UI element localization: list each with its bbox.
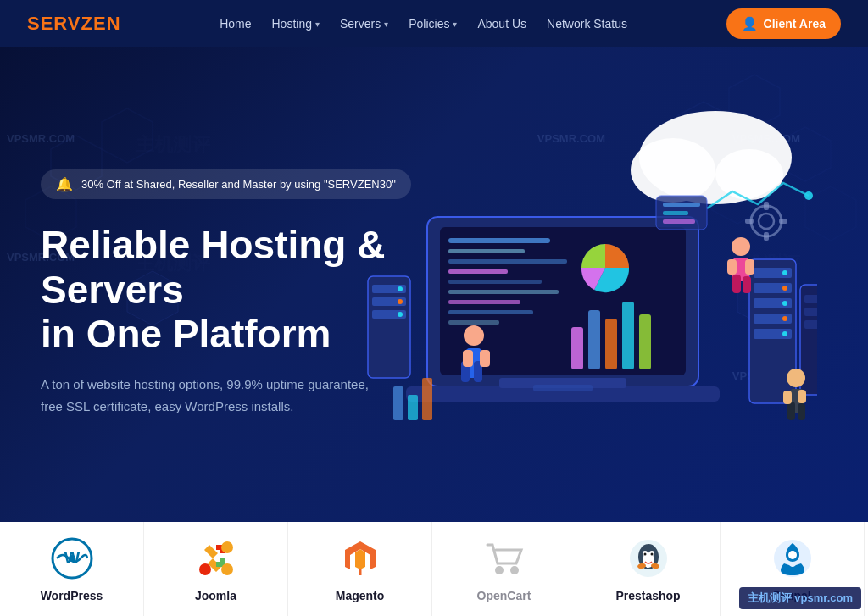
- nav-item-network[interactable]: Network Status: [547, 17, 627, 31]
- card-label-opencart: OpenCart: [477, 589, 531, 602]
- nav-link-network[interactable]: Network Status: [547, 17, 627, 31]
- nav-item-servers[interactable]: Servers ▾: [340, 17, 388, 31]
- svg-rect-19: [448, 259, 567, 264]
- platform-card-opencart[interactable]: OpenCart: [432, 522, 576, 616]
- card-label-joomla: Joomla: [195, 589, 236, 602]
- svg-rect-20: [448, 269, 508, 274]
- svg-rect-79: [798, 403, 805, 420]
- platform-card-magento[interactable]: Magento: [288, 522, 432, 616]
- svg-rect-18: [448, 249, 525, 253]
- platform-cards-row: W WordPress Joomla Magento: [0, 522, 868, 616]
- svg-point-52: [782, 331, 787, 336]
- svg-point-95: [221, 541, 233, 553]
- svg-point-51: [782, 316, 787, 321]
- svg-point-106: [643, 552, 646, 555]
- svg-rect-75: [745, 259, 754, 275]
- card-label-drupal: Drupal: [773, 589, 810, 602]
- navbar: SERVZEN Home Hosting ▾ Servers ▾ Policie…: [0, 0, 868, 47]
- svg-rect-80: [783, 391, 792, 404]
- magento-icon: [338, 536, 382, 580]
- logo[interactable]: SERVZEN: [27, 13, 121, 35]
- drupal-icon: [771, 536, 815, 580]
- svg-point-48: [782, 270, 787, 275]
- svg-rect-86: [745, 219, 754, 224]
- svg-point-82: [751, 206, 782, 236]
- hero-subtitle: A ton of website hosting options, 99.9% …: [41, 374, 380, 417]
- svg-rect-30: [639, 314, 651, 369]
- platform-card-wordpress[interactable]: W WordPress: [0, 522, 144, 616]
- svg-point-70: [732, 237, 750, 256]
- nav-links: Home Hosting ▾ Servers ▾ Policies ▾ Abou…: [220, 17, 627, 31]
- nav-item-about[interactable]: About Us: [477, 17, 526, 31]
- svg-rect-22: [448, 290, 559, 294]
- svg-rect-87: [779, 219, 787, 224]
- svg-rect-68: [463, 350, 473, 367]
- svg-point-111: [788, 551, 797, 559]
- hero-title: Reliable Hosting & Servers in One Platfo…: [41, 223, 448, 358]
- svg-rect-74: [727, 259, 737, 275]
- svg-rect-54: [804, 295, 817, 303]
- svg-rect-89: [663, 203, 700, 207]
- wordpress-icon: W: [50, 536, 94, 580]
- hero-section: VPSMR.COM 主机测评 VPSMR.COM 主机测评 VPSMR.COM …: [0, 47, 868, 522]
- nav-link-hosting[interactable]: Hosting ▾: [272, 17, 320, 31]
- nav-link-about[interactable]: About Us: [477, 17, 526, 31]
- svg-point-107: [650, 552, 653, 555]
- svg-rect-81: [798, 390, 806, 403]
- svg-rect-91: [663, 219, 695, 224]
- card-label-wordpress: WordPress: [41, 589, 103, 602]
- svg-rect-78: [787, 402, 795, 420]
- svg-point-49: [782, 286, 787, 291]
- svg-point-50: [782, 301, 787, 306]
- promo-badge: 🔔 30% Off at Shared, Reseller and Master…: [41, 169, 411, 199]
- svg-rect-56: [804, 320, 817, 329]
- svg-rect-90: [663, 211, 688, 215]
- svg-rect-23: [448, 300, 520, 304]
- promo-text: 30% Off at Shared, Reseller and Master b…: [81, 178, 396, 191]
- svg-point-13: [631, 138, 715, 203]
- hero-title-line1: Reliable Hosting & Servers: [41, 223, 385, 312]
- svg-rect-21: [448, 280, 542, 284]
- bell-icon: 🔔: [56, 176, 73, 192]
- platform-card-prestashop[interactable]: Prestashop: [576, 522, 721, 616]
- nav-item-home[interactable]: Home: [220, 17, 251, 31]
- svg-rect-24: [448, 310, 533, 314]
- svg-text:W: W: [64, 548, 80, 567]
- opencart-icon: [482, 536, 526, 580]
- platform-card-joomla[interactable]: Joomla: [144, 522, 288, 616]
- nav-item-policies[interactable]: Policies ▾: [409, 17, 457, 31]
- svg-point-83: [759, 214, 774, 229]
- svg-point-96: [221, 563, 233, 575]
- chevron-down-icon: ▾: [384, 19, 388, 29]
- nav-item-hosting[interactable]: Hosting ▾: [272, 17, 320, 31]
- svg-point-97: [199, 563, 211, 575]
- svg-rect-34: [533, 385, 593, 391]
- logo-text-part2: ZEN: [81, 13, 121, 34]
- hero-title-line2: in One Platform: [41, 312, 331, 356]
- nav-link-policies[interactable]: Policies ▾: [409, 17, 457, 31]
- chevron-down-icon: ▾: [315, 19, 320, 29]
- svg-rect-17: [448, 238, 550, 243]
- user-icon: 👤: [742, 16, 758, 31]
- svg-rect-55: [804, 308, 817, 316]
- card-label-magento: Magento: [336, 589, 385, 602]
- svg-point-63: [804, 191, 813, 200]
- svg-point-76: [787, 369, 805, 387]
- svg-rect-72: [732, 275, 741, 293]
- svg-rect-73: [743, 276, 751, 293]
- client-area-button[interactable]: 👤 Client Area: [726, 8, 841, 39]
- chevron-down-icon: ▾: [453, 19, 457, 29]
- hero-content: 🔔 30% Off at Shared, Reseller and Master…: [41, 153, 448, 418]
- svg-rect-69: [480, 350, 490, 367]
- svg-rect-26: [571, 327, 583, 369]
- joomla-icon: [194, 536, 238, 580]
- nav-link-servers[interactable]: Servers ▾: [340, 17, 388, 31]
- svg-rect-29: [622, 302, 634, 369]
- svg-rect-25: [448, 320, 499, 325]
- platform-card-drupal[interactable]: Drupal: [721, 522, 865, 616]
- nav-link-home[interactable]: Home: [220, 17, 251, 31]
- svg-rect-84: [764, 202, 769, 210]
- svg-rect-27: [588, 310, 600, 369]
- svg-rect-85: [764, 232, 769, 241]
- watermark-1: VPSMR.COM: [7, 132, 75, 145]
